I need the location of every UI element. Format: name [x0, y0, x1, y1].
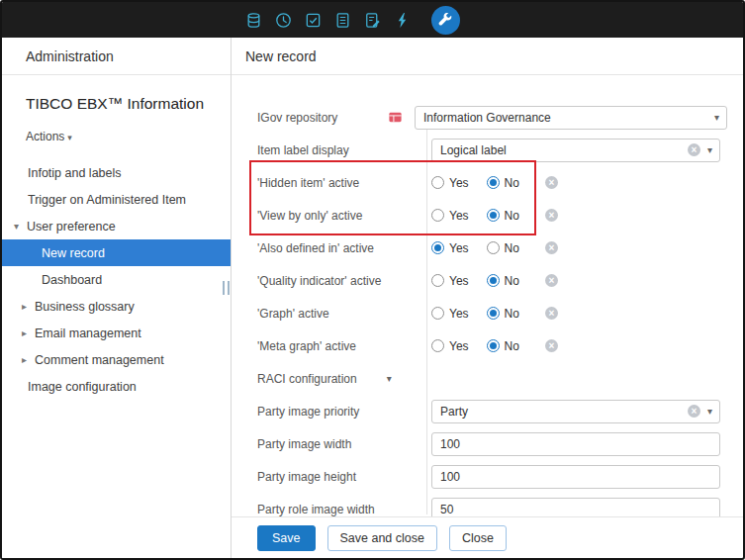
sidebar-item-trigger-on-administered-item[interactable]: Trigger on Administered Item: [2, 186, 231, 213]
sidebar: Administration TIBCO EBX™ Information Ac…: [2, 38, 232, 558]
radio-no[interactable]: No: [487, 241, 519, 255]
view-by-only-active-radio-group: YesNo×: [431, 209, 558, 223]
party-role-image-width-input[interactable]: [431, 498, 720, 517]
form-row-party-role-image-width: Party role image width: [257, 493, 743, 516]
dropdown-value: Party: [440, 405, 688, 419]
radio-yes[interactable]: Yes: [431, 274, 469, 288]
sidebar-resize-handle[interactable]: [223, 281, 230, 295]
party-image-width-input[interactable]: [431, 432, 720, 456]
field-label: 'Hidden item' active: [257, 176, 425, 190]
sidebar-item-label: Image configuration: [28, 380, 137, 394]
item-label-display-dropdown[interactable]: Logical label×▾: [431, 139, 720, 162]
actions-menu[interactable]: Actions▾: [26, 130, 72, 143]
sidebar-menu: Infotip and labelsTrigger on Administere…: [2, 159, 231, 400]
radio-option-label: No: [505, 241, 519, 255]
field-label: Item label display: [257, 143, 425, 157]
form-row-also-defined-in-active: 'Also defined in' activeYesNo×: [257, 232, 743, 264]
meta-graph-active-radio-group: YesNo×: [431, 339, 558, 353]
radio-no[interactable]: No: [487, 176, 519, 190]
graph-active-radio-group: YesNo×: [431, 307, 558, 321]
clear-icon[interactable]: ×: [545, 209, 558, 222]
radio-option-label: Yes: [449, 274, 469, 288]
chevron-down-icon: ▾: [707, 144, 712, 155]
form-edit-icon[interactable]: [364, 12, 381, 29]
sidebar-item-email-management[interactable]: ▸Email management: [2, 320, 231, 346]
clear-icon[interactable]: ×: [688, 143, 700, 156]
sidebar-item-dashboard[interactable]: Dashboard: [2, 266, 231, 293]
radio-no[interactable]: No: [487, 274, 519, 288]
field-label: 'Also defined in' active: [257, 241, 425, 255]
sidebar-item-label: Infotip and labels: [28, 166, 122, 180]
radio-option-label: Yes: [449, 307, 469, 321]
form-row-raci-configuration: RACI configuration▾: [257, 362, 743, 395]
clear-icon[interactable]: ×: [545, 241, 558, 254]
radio-yes[interactable]: Yes: [431, 241, 469, 255]
clear-icon[interactable]: ×: [545, 307, 558, 320]
igov-repository-dropdown[interactable]: Information Governance▾: [415, 106, 727, 130]
radio-yes[interactable]: Yes: [431, 339, 469, 353]
hidden-item-active-radio-group: YesNo×: [431, 176, 558, 190]
radio-option-label: No: [505, 274, 519, 288]
radio-dot: [490, 212, 497, 219]
database-icon[interactable]: [245, 12, 262, 29]
radio-icon: [431, 274, 444, 287]
chevron-down-icon[interactable]: ▾: [387, 373, 392, 384]
form-row-hidden-item-active: 'Hidden item' activeYesNo×: [257, 166, 743, 199]
sidebar-item-comment-management[interactable]: ▸Comment management: [2, 346, 231, 373]
chevron-down-icon: ▾: [707, 406, 712, 417]
party-image-height-input[interactable]: [431, 465, 720, 489]
radio-no[interactable]: No: [487, 209, 519, 223]
radio-no[interactable]: No: [487, 307, 519, 321]
chevron-down-icon: ▾: [714, 112, 719, 123]
sidebar-item-new-record[interactable]: New record: [2, 239, 231, 266]
field-label: IGov repository: [257, 111, 388, 125]
sidebar-item-label: New record: [42, 246, 105, 260]
checklist-icon[interactable]: [305, 12, 322, 29]
radio-yes[interactable]: Yes: [431, 209, 469, 223]
radio-yes[interactable]: Yes: [431, 307, 469, 321]
close-button[interactable]: Close: [449, 525, 507, 551]
clear-icon[interactable]: ×: [545, 274, 558, 287]
radio-option-label: Yes: [449, 209, 469, 223]
radio-icon: [431, 209, 444, 222]
radio-dot: [490, 277, 497, 284]
also-defined-in-active-radio-group: YesNo×: [431, 241, 558, 255]
sidebar-item-label: Trigger on Administered Item: [28, 193, 186, 207]
clear-icon[interactable]: ×: [688, 405, 700, 418]
sidebar-item-label: Business glossary: [35, 300, 135, 314]
radio-icon: [431, 339, 444, 352]
radio-no[interactable]: No: [487, 339, 519, 353]
sidebar-item-user-preference[interactable]: ▾User preference: [2, 213, 231, 239]
chevron-down-icon: ▾: [14, 221, 27, 232]
save-and-close-button[interactable]: Save and close: [327, 525, 437, 551]
repository-icon: [388, 110, 403, 125]
sidebar-header: Administration: [2, 38, 231, 75]
topbar-icon-group: [245, 6, 460, 35]
wrench-icon[interactable]: [431, 6, 460, 35]
sidebar-item-business-glossary[interactable]: ▸Business glossary: [2, 293, 231, 320]
field-label: RACI configuration: [257, 372, 357, 386]
clear-icon[interactable]: ×: [545, 339, 558, 352]
radio-dot: [490, 310, 497, 317]
sidebar-item-label: Email management: [35, 327, 141, 340]
radio-yes[interactable]: Yes: [431, 176, 469, 190]
radio-icon: [431, 241, 444, 254]
party-image-priority-dropdown[interactable]: Party×▾: [431, 400, 720, 423]
sidebar-item-infotip-and-labels[interactable]: Infotip and labels: [2, 159, 231, 186]
topbar: [2, 2, 743, 38]
page-title: New record: [232, 38, 743, 75]
radio-option-label: Yes: [449, 176, 469, 190]
form-icon[interactable]: [334, 12, 351, 29]
main-panel: New record IGov repositoryInformation Go…: [232, 38, 743, 558]
clock-icon[interactable]: [275, 12, 292, 29]
save-button[interactable]: Save: [257, 525, 316, 551]
form-row-party-image-width: Party image width: [257, 427, 743, 460]
lightning-icon[interactable]: [394, 12, 411, 29]
chevron-down-icon: ▾: [67, 133, 72, 142]
radio-option-label: Yes: [449, 339, 469, 353]
clear-icon[interactable]: ×: [545, 176, 558, 189]
sidebar-item-image-configuration[interactable]: Image configuration: [2, 373, 231, 400]
form-row-igov-repository: IGov repositoryInformation Governance▾: [257, 101, 743, 134]
app-window: Administration TIBCO EBX™ Information Ac…: [0, 0, 745, 560]
actions-label: Actions: [26, 130, 64, 143]
